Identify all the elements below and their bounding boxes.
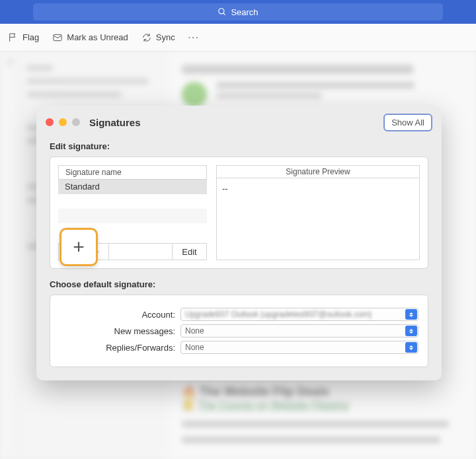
sync-icon	[141, 32, 152, 43]
svg-point-0	[219, 9, 224, 14]
svg-rect-2	[54, 34, 61, 40]
new-messages-label: New messages:	[60, 326, 175, 336]
flag-button[interactable]: Flag	[8, 32, 39, 43]
default-signature-panel: Account: Upgrade937 Outlook (upgradetest…	[50, 295, 428, 367]
signature-name-header: Signature name	[58, 165, 207, 180]
account-label: Account:	[60, 310, 175, 320]
add-signature-highlight[interactable]: +	[60, 228, 98, 266]
search-icon	[218, 7, 227, 17]
sync-label: Sync	[156, 32, 175, 42]
zoom-window-button[interactable]	[72, 118, 80, 126]
chevron-updown-icon	[405, 326, 417, 336]
signature-row-standard[interactable]: Standard	[58, 180, 207, 194]
preview-body: --	[217, 178, 419, 260]
show-all-button[interactable]: Show All	[383, 114, 432, 131]
choose-default-label: Choose default signature:	[36, 279, 442, 289]
replies-forwards-select[interactable]: None	[180, 341, 418, 354]
chevron-updown-icon	[405, 309, 417, 320]
preview-header: Signature Preview	[217, 166, 419, 178]
flag-label: Flag	[22, 32, 39, 42]
edit-signature-panel: Signature name Standard + − Edit Signatu…	[50, 157, 428, 269]
toolbar: Flag Mark as Unread Sync ···	[0, 24, 476, 52]
mark-unread-button[interactable]: Mark as Unread	[52, 32, 128, 43]
search-placeholder: Search	[231, 7, 258, 17]
window-controls	[46, 118, 80, 126]
svg-line-1	[223, 13, 225, 15]
search-input[interactable]: Search	[33, 3, 443, 20]
flag-icon	[8, 32, 19, 43]
edit-signature-label: Edit signature:	[36, 141, 442, 151]
sync-button[interactable]: Sync	[141, 32, 175, 43]
signature-row-empty	[58, 209, 207, 223]
bg-course-link: The Course on Website Flipping	[198, 400, 348, 411]
plus-icon: +	[73, 237, 85, 257]
bg-deal-heading: 🔥 The Website Flip Deals	[182, 384, 463, 399]
replies-forwards-value: None	[185, 343, 204, 352]
signature-preview-panel: Signature Preview --	[216, 165, 420, 260]
edit-signature-button[interactable]: Edit	[172, 244, 206, 260]
signature-row-empty	[58, 194, 207, 209]
new-messages-value: None	[185, 326, 204, 335]
chevron-updown-icon	[405, 342, 417, 353]
account-value: Upgrade937 Outlook (upgradetest937@outlo…	[185, 310, 372, 319]
close-window-button[interactable]	[46, 118, 54, 126]
unread-label: Mark as Unread	[67, 32, 128, 42]
minimize-window-button[interactable]	[59, 118, 67, 126]
mail-icon	[52, 32, 63, 43]
signatures-dialog: Signatures Show All Edit signature: Sign…	[36, 106, 442, 380]
dialog-title: Signatures	[89, 117, 383, 128]
new-messages-select[interactable]: None	[180, 324, 418, 337]
filter-icon	[5, 58, 15, 67]
replies-forwards-label: Replies/Forwards:	[60, 343, 175, 353]
more-button[interactable]: ···	[188, 32, 200, 42]
account-select[interactable]: Upgrade937 Outlook (upgradetest937@outlo…	[180, 308, 418, 321]
